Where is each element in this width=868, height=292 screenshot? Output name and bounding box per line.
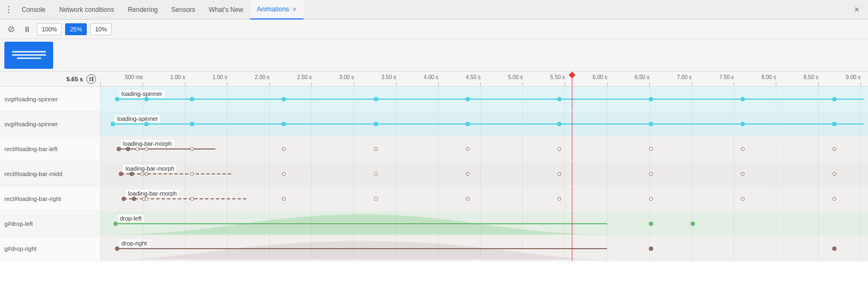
anim-dot-row7-0 <box>115 246 119 251</box>
anim-dot-row1-1 <box>144 97 149 101</box>
anim-name-row3: loading-bar-morph <box>121 140 174 147</box>
anim-dot-row7-1 <box>649 246 653 251</box>
playhead-diamond <box>569 72 576 79</box>
anim-label-row1: svg#loading-spinner <box>0 96 100 102</box>
speed-25-button[interactable]: 25% <box>65 23 87 35</box>
animation-row: svg#loading-spinnerloading-spinner <box>0 112 868 137</box>
anim-dot-row3-7 <box>465 147 469 151</box>
anim-dot-row1-3 <box>282 97 286 101</box>
pause-bar-right <box>92 77 93 81</box>
anim-dot-row2-8 <box>741 122 745 126</box>
anim-dot-row4-0 <box>119 172 123 176</box>
anim-name-row2: loading-spinner <box>115 115 160 122</box>
ruler-tick: 8.00 s <box>776 82 776 87</box>
anim-dot-row7-2 <box>832 246 837 251</box>
devtools-window: ⋮ Console Network conditions Rendering S… <box>0 0 868 292</box>
anim-track-row7[interactable]: drop-right <box>100 236 868 261</box>
ruler-tick: 8.50 s <box>818 82 819 87</box>
anim-dot-row6-0 <box>113 222 118 226</box>
speed-100-button[interactable]: 100% <box>37 23 62 35</box>
anim-bar-line-row6 <box>116 223 607 224</box>
timeline-ruler: 0500 ms1.00 s1.50 s2.00 s2.50 s3.00 s3.5… <box>100 72 868 87</box>
anim-dot-row4-6 <box>374 172 378 176</box>
anim-dot-row2-4 <box>374 122 378 126</box>
tab-network-conditions[interactable]: Network conditions <box>53 0 121 20</box>
speed-10-button[interactable]: 10% <box>90 23 112 35</box>
anim-dot-row4-2 <box>140 172 144 176</box>
anim-dot-row2-6 <box>557 122 561 126</box>
anim-bar-line-row4 <box>121 173 231 174</box>
animation-row: g#drop-leftdrop-left <box>0 211 868 236</box>
anim-dot-row5-10 <box>741 197 745 200</box>
anim-dot-row5-1 <box>132 197 136 201</box>
anim-dot-row3-11 <box>833 147 837 151</box>
tab-close-button[interactable]: × <box>292 5 297 13</box>
tab-rendering[interactable]: Rendering <box>121 0 164 20</box>
anim-dot-row1-6 <box>557 97 561 101</box>
current-time-value: 5.65 s <box>66 76 83 82</box>
anim-dot-row1-9 <box>832 97 837 101</box>
anim-dot-row3-9 <box>649 147 653 151</box>
anim-dot-row2-9 <box>832 122 837 126</box>
anim-dot-row3-5 <box>282 147 286 151</box>
anim-dot-row4-10 <box>741 172 745 176</box>
window-close-button[interactable]: × <box>850 5 864 15</box>
ruler-tick: 3.00 s <box>354 82 354 87</box>
anim-dot-row1-8 <box>741 97 745 101</box>
preview-line-3 <box>17 57 41 59</box>
anim-dot-row1-0 <box>115 97 119 101</box>
anim-dot-row5-7 <box>465 197 469 200</box>
anim-dot-row5-6 <box>374 197 378 200</box>
pause-button[interactable]: ⏸ <box>21 23 34 36</box>
ruler-tick: 7.00 s <box>692 82 692 87</box>
tab-animations[interactable]: Animations × <box>250 0 304 20</box>
anim-label-row5: rect#loading-bar-right <box>0 196 100 202</box>
anim-label-row6: g#drop-left <box>0 220 100 227</box>
tab-sensors[interactable]: Sensors <box>165 0 202 20</box>
animation-row: rect#loading-bar-rightloading-bar-morph <box>0 186 868 211</box>
anim-track-row2[interactable]: loading-spinner <box>100 112 868 136</box>
anim-label-row2: svg#loading-spinner <box>0 121 100 127</box>
tab-menu-button[interactable]: ⋮ <box>2 3 15 16</box>
ruler-tick: 1.50 s <box>227 82 227 87</box>
anim-dot-row5-8 <box>557 197 561 200</box>
anim-dot-row1-2 <box>190 97 194 101</box>
anim-bar-line-row1 <box>117 99 864 100</box>
animation-row: g#drop-rightdrop-right <box>0 236 868 261</box>
anim-track-row1[interactable]: loading-spinner <box>100 87 868 111</box>
tab-bar: ⋮ Console Network conditions Rendering S… <box>0 0 868 20</box>
anim-track-row5[interactable]: loading-bar-morph <box>100 186 868 211</box>
ruler-tick: 6.00 s <box>607 82 608 87</box>
anim-dot-row2-3 <box>282 122 286 126</box>
ruler-tick: 1.00 s <box>185 82 186 87</box>
anim-dot-row3-0 <box>117 147 121 151</box>
anim-bar-line-row2 <box>113 124 864 125</box>
timeline-pause-button[interactable] <box>86 74 96 84</box>
anim-dot-row4-8 <box>557 172 561 176</box>
anim-dot-row4-4 <box>190 172 194 176</box>
anim-dot-row3-2 <box>135 147 139 151</box>
anim-track-row4[interactable]: loading-bar-morph <box>100 161 868 186</box>
anim-bar-line-row3 <box>119 148 215 150</box>
ruler-playhead <box>572 72 572 87</box>
anim-dot-row1-7 <box>649 97 653 101</box>
anim-label-row7: g#drop-right <box>0 245 100 252</box>
anim-dot-row2-0 <box>111 122 115 126</box>
animations-toolbar: ⊘ ⏸ 100% 25% 10% <box>0 20 868 39</box>
anim-dot-row6-2 <box>691 222 695 226</box>
anim-track-row6[interactable]: drop-left <box>100 211 868 236</box>
anim-dot-row2-2 <box>190 122 194 126</box>
animation-row: rect#loading-bar-leftloading-bar-morph <box>0 137 868 161</box>
row-playhead <box>572 137 572 161</box>
tab-console[interactable]: Console <box>15 0 53 20</box>
anim-dot-row5-3 <box>144 197 148 200</box>
tab-whats-new[interactable]: What's New <box>202 0 251 20</box>
anim-dot-row4-5 <box>282 172 286 176</box>
block-animations-button[interactable]: ⊘ <box>4 23 17 36</box>
anim-dot-row4-3 <box>144 172 148 176</box>
block-icon: ⊘ <box>8 24 15 34</box>
grid-lines <box>100 137 868 161</box>
ruler-tick: 500 ms <box>143 82 143 87</box>
anim-track-row3[interactable]: loading-bar-morph <box>100 137 868 161</box>
animation-row: rect#loading-bar-middloading-bar-morph <box>0 161 868 186</box>
